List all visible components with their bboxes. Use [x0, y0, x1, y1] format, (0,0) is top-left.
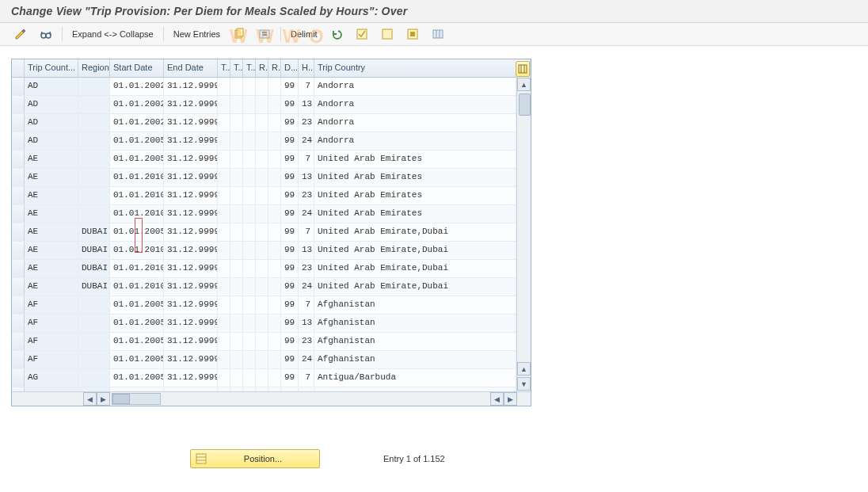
vscroll-track[interactable] — [518, 92, 530, 362]
cell-start-date[interactable]: 01.01.2010 — [110, 187, 164, 204]
scroll-down-icon[interactable]: ▼ — [517, 377, 531, 391]
cell-hours[interactable]: 7 — [299, 296, 314, 314]
cell-t3[interactable] — [243, 333, 256, 350]
cell-t2[interactable] — [230, 78, 243, 95]
cell-start-date[interactable]: 01.01.2002 — [110, 114, 164, 132]
cell-end-date[interactable]: 31.12.9999 — [164, 169, 218, 186]
cell-r2[interactable] — [268, 242, 281, 259]
cell-days[interactable]: 99 — [281, 315, 299, 332]
cell-t3[interactable] — [243, 351, 256, 368]
cell-t1[interactable] — [218, 96, 230, 113]
row-selector[interactable] — [12, 296, 25, 314]
cell-t3[interactable] — [243, 78, 256, 95]
cell-days[interactable]: 99 — [281, 114, 299, 132]
cell-t2[interactable] — [230, 223, 243, 241]
row-selector[interactable] — [12, 151, 25, 168]
cell-country-code[interactable]: AD — [25, 132, 78, 150]
cell-r1[interactable] — [256, 278, 268, 296]
cell-country-code[interactable]: AE — [25, 223, 78, 241]
cell-days[interactable]: 99 — [281, 260, 299, 277]
cell-t2[interactable] — [230, 187, 243, 204]
cell-days[interactable]: 99 — [281, 151, 299, 168]
cell-start-date[interactable]: 01.01.2005 — [110, 351, 164, 368]
row-selector[interactable] — [12, 132, 25, 150]
table-row[interactable]: AEDUBAI01.01.201031.12.99999923United Ar… — [12, 260, 531, 278]
cell-country-code[interactable]: AD — [25, 78, 78, 95]
cell-r1[interactable] — [256, 78, 268, 95]
configure-icon[interactable] — [428, 26, 447, 42]
cell-country-code[interactable]: AE — [25, 242, 78, 259]
cell-country-name[interactable]: United Arab Emirates — [314, 169, 516, 186]
cell-days[interactable]: 99 — [281, 351, 299, 368]
cell-region[interactable]: DUBAI — [78, 242, 110, 259]
hscroll-thumb[interactable] — [112, 394, 130, 404]
cell-t2[interactable] — [230, 278, 243, 296]
cell-region[interactable] — [78, 315, 110, 332]
cell-days[interactable]: 99 — [281, 223, 299, 241]
cell-hours[interactable]: 23 — [299, 187, 314, 204]
cell-end-date[interactable]: 31.12.9999 — [164, 78, 218, 95]
cell-t1[interactable] — [218, 187, 230, 204]
cell-t3[interactable] — [243, 296, 256, 314]
cell-t1[interactable] — [218, 78, 230, 95]
col-r2[interactable]: R... — [268, 59, 281, 77]
cell-region[interactable] — [78, 78, 110, 95]
cell-days[interactable]: 99 — [281, 78, 299, 95]
cell-t1[interactable] — [218, 169, 230, 186]
cell-hours[interactable]: 24 — [299, 278, 314, 296]
cell-r1[interactable] — [256, 96, 268, 113]
cell-end-date[interactable]: 31.12.9999 — [164, 187, 218, 204]
row-selector[interactable] — [12, 114, 25, 132]
cell-end-date[interactable]: 31.12.9999 — [164, 278, 218, 296]
cell-t2[interactable] — [230, 205, 243, 223]
scroll-left-icon[interactable]: ◀ — [83, 392, 97, 406]
table-row[interactable]: AEDUBAI01.01.200531.12.9999997United Ara… — [12, 223, 531, 242]
cell-country-code[interactable]: AF — [25, 315, 78, 332]
cell-r1[interactable] — [256, 333, 268, 350]
cell-country-name[interactable]: United Arab Emirates — [314, 151, 516, 168]
col-days[interactable]: D... — [281, 59, 299, 77]
cell-end-date[interactable]: 31.12.9999 — [164, 151, 218, 168]
cell-country-code[interactable]: AE — [25, 278, 78, 296]
cell-country-name[interactable]: Andorra — [314, 132, 516, 150]
cell-t2[interactable] — [230, 351, 243, 368]
cell-days[interactable]: 99 — [281, 187, 299, 204]
cell-r2[interactable] — [268, 187, 281, 204]
cell-hours[interactable]: 24 — [299, 132, 314, 150]
cell-region[interactable]: DUBAI — [78, 260, 110, 277]
table-row[interactable]: AEDUBAI01.01.201031.12.99999924United Ar… — [12, 278, 531, 296]
cell-hours[interactable]: 13 — [299, 242, 314, 259]
cell-days[interactable]: 99 — [281, 369, 299, 387]
cell-start-date[interactable]: 01.01.2010 — [110, 260, 164, 277]
horizontal-scrollbar[interactable]: ◀ ▶ ◀ ▶ — [12, 391, 531, 406]
cell-r2[interactable] — [268, 114, 281, 132]
cell-t3[interactable] — [243, 278, 256, 296]
row-selector[interactable] — [12, 223, 25, 241]
row-selector[interactable] — [12, 96, 25, 113]
cell-end-date[interactable]: 31.12.9999 — [164, 315, 218, 332]
cell-t2[interactable] — [230, 333, 243, 350]
col-start-date[interactable]: Start Date — [110, 59, 164, 77]
cell-t3[interactable] — [243, 260, 256, 277]
table-row[interactable]: AF01.01.200531.12.99999923Afghanistan — [12, 333, 531, 351]
cell-region[interactable] — [78, 187, 110, 204]
cell-t2[interactable] — [230, 315, 243, 332]
cell-r1[interactable] — [256, 223, 268, 241]
cell-country-name[interactable]: Afghanistan — [314, 315, 516, 332]
cell-end-date[interactable]: 31.12.9999 — [164, 96, 218, 113]
cell-r2[interactable] — [268, 278, 281, 296]
cell-start-date[interactable]: 01.01.2005 — [110, 132, 164, 150]
cell-region[interactable]: DUBAI — [78, 223, 110, 241]
cell-t3[interactable] — [243, 132, 256, 150]
cell-t3[interactable] — [243, 169, 256, 186]
display-change-toggle-icon[interactable] — [11, 26, 30, 42]
cell-r1[interactable] — [256, 242, 268, 259]
cell-country-name[interactable]: United Arab Emirates — [314, 205, 516, 223]
cell-country-name[interactable]: Antigua/Barbuda — [314, 369, 516, 387]
cell-t2[interactable] — [230, 296, 243, 314]
table-row[interactable]: AD01.01.200531.12.99999924Andorra — [12, 132, 531, 151]
row-selector[interactable] — [12, 205, 25, 223]
cell-r2[interactable] — [268, 260, 281, 277]
cell-days[interactable]: 99 — [281, 278, 299, 296]
table-row[interactable]: AD01.01.200231.12.99999913Andorra — [12, 96, 531, 114]
